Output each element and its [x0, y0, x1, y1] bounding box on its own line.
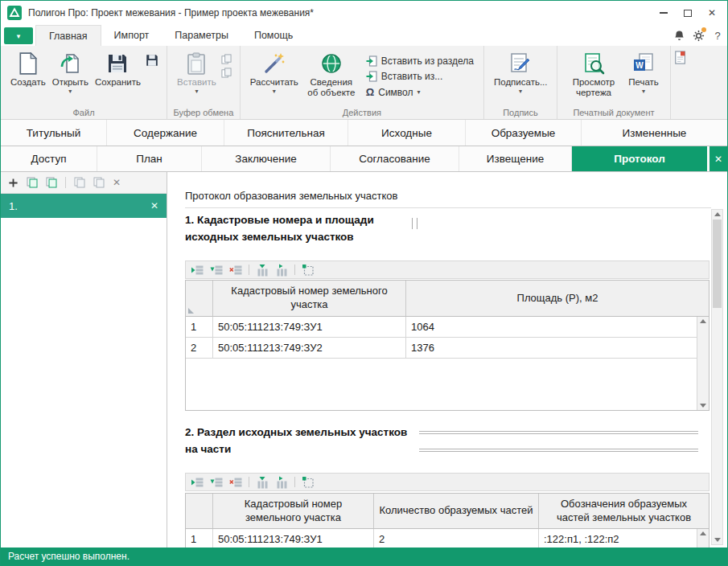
- cut-icon[interactable]: [221, 68, 232, 78]
- table2-header-rownum[interactable]: [186, 494, 213, 528]
- ribbon-tab-parameters[interactable]: Параметры: [162, 25, 241, 46]
- sign-button[interactable]: Подписать... ▾: [491, 49, 550, 97]
- insert-row-button[interactable]: [210, 264, 223, 277]
- cadastral-number-cell[interactable]: 50:05:111213:749:ЗУ1: [213, 317, 406, 337]
- paste-button[interactable]: Вставить ▾: [174, 49, 220, 97]
- table1-scrollbar[interactable]: [697, 317, 709, 410]
- content-scrollbar[interactable]: [711, 209, 723, 545]
- copy-icon[interactable]: [221, 54, 232, 64]
- add-column-button[interactable]: [256, 264, 269, 277]
- save-button[interactable]: Сохранить: [92, 49, 144, 90]
- save-as-icon[interactable]: [146, 54, 158, 67]
- tab-close-button[interactable]: ✕: [709, 146, 727, 171]
- app-window: Полигон Про: Проект межевания - Пример п…: [0, 0, 728, 566]
- insert-row-button[interactable]: [210, 476, 223, 489]
- tab-obrazuemye[interactable]: Образуемые: [466, 120, 582, 146]
- minimize-button[interactable]: [652, 3, 676, 23]
- help-icon[interactable]: ?: [708, 25, 727, 46]
- ribbon-tab-import[interactable]: Импорт: [101, 25, 162, 46]
- list-item-close-icon[interactable]: ✕: [150, 200, 158, 211]
- delete-item-button[interactable]: ✕: [113, 177, 121, 188]
- tab-ishodnye[interactable]: Исходные: [348, 120, 466, 146]
- sort-corner-icon: [188, 308, 194, 314]
- ribbon: Создать Открыть ▾ Сохранить Файл: [1, 46, 727, 120]
- toolbar-separator-2: [294, 265, 295, 275]
- select-range-button[interactable]: [302, 476, 315, 489]
- duplicate-item-button[interactable]: [27, 177, 38, 188]
- ribbon-tab-main[interactable]: Главная: [35, 25, 101, 46]
- tab-protokol[interactable]: Протокол: [572, 146, 707, 171]
- table-row[interactable]: 2 50:05:111213:749:ЗУ2 1376: [186, 338, 697, 359]
- scroll-down-icon[interactable]: [700, 404, 706, 408]
- table2-header-parts[interactable]: Обозначения образуемых частей земельных …: [539, 494, 709, 528]
- ribbon-tab-help[interactable]: Помощь: [241, 25, 306, 46]
- add-row-button[interactable]: [191, 476, 204, 489]
- add-row-button[interactable]: [191, 264, 204, 277]
- notifications-bell-icon[interactable]: [669, 25, 689, 46]
- table-parcel-parts: Кадастровый номер земельного участка Кол…: [185, 493, 709, 548]
- parts-designation-cell[interactable]: :122:п1, :122:п2: [539, 529, 697, 548]
- table-row[interactable]: 1 50:05:111213:749:ЗУ1 2 :122:п1, :122:п…: [186, 529, 697, 548]
- scroll-up-icon[interactable]: [700, 531, 706, 535]
- symbol-button[interactable]: Ω Символ ▾: [366, 86, 474, 98]
- open-caret-icon: ▾: [68, 88, 72, 95]
- tab-dostup[interactable]: Доступ: [1, 146, 97, 171]
- section1-heading: 1. Кадастровые номера и площади исходных…: [185, 212, 414, 246]
- scroll-down-icon[interactable]: [714, 538, 721, 542]
- scrollbar-thumb[interactable]: [713, 219, 722, 308]
- table1-header-area[interactable]: Площадь (Р), м2: [406, 281, 709, 316]
- calculate-button[interactable]: Рассчитать ▾: [247, 49, 302, 97]
- calculate-caret-icon: ▾: [273, 88, 276, 95]
- delete-row-button[interactable]: [229, 264, 242, 277]
- table1-header-cadastral[interactable]: Кадастровый номер земельного участка: [213, 281, 406, 316]
- scroll-up-icon[interactable]: [714, 212, 721, 216]
- paste-item-button[interactable]: [74, 177, 85, 188]
- parts-count-cell[interactable]: 2: [374, 529, 539, 548]
- table2-scrollbar[interactable]: [697, 529, 709, 548]
- close-button[interactable]: ✕: [700, 3, 724, 23]
- table2-toolbar: [185, 473, 709, 491]
- status-bar: Расчет успешно выполнен.: [1, 548, 727, 565]
- report-document-icon[interactable]: [674, 51, 687, 65]
- open-button[interactable]: Открыть ▾: [49, 49, 92, 97]
- table2-header-cadastral[interactable]: Кадастровый номер земельного участка: [213, 494, 374, 528]
- copy-item-button[interactable]: [46, 177, 57, 188]
- list-item-1[interactable]: 1. ✕: [1, 194, 167, 218]
- insert-column-button[interactable]: [275, 476, 288, 489]
- object-info-button[interactable]: Сведения об объекте: [302, 49, 361, 100]
- insert-column-button[interactable]: [275, 264, 288, 277]
- tab-poyasnitelnaya[interactable]: Пояснительная: [224, 120, 348, 146]
- select-range-button[interactable]: [302, 264, 315, 277]
- table2-header-count[interactable]: Количество образуемых частей: [374, 494, 539, 528]
- group-label-print: Печатный документ: [557, 108, 670, 117]
- tab-soderzhanie[interactable]: Содержание: [107, 120, 224, 146]
- toolbar-separator: [249, 265, 249, 275]
- tab-plan[interactable]: План: [97, 146, 202, 171]
- insert-from-section-button[interactable]: Вставить из раздела: [366, 55, 474, 67]
- ribbon-group-clipboard: Вставить ▾ Буфер обмена: [167, 46, 241, 119]
- add-item-button[interactable]: [8, 178, 19, 188]
- add-column-button[interactable]: [256, 476, 269, 489]
- cadastral-number-cell[interactable]: 50:05:111213:749:ЗУ1: [213, 529, 374, 548]
- cadastral-number-cell[interactable]: 50:05:111213:749:ЗУ2: [213, 338, 406, 358]
- settings-gear-icon[interactable]: [689, 25, 708, 46]
- table-row[interactable]: 1 50:05:111213:749:ЗУ1 1064: [186, 317, 697, 338]
- table1-header-rownum[interactable]: [186, 281, 213, 316]
- tab-zaklyuchenie[interactable]: Заключение: [202, 146, 331, 171]
- tab-titulnyj[interactable]: Титульный: [1, 120, 107, 146]
- create-button[interactable]: Создать: [7, 49, 49, 90]
- maximize-button[interactable]: [676, 3, 700, 23]
- drawing-preview-button[interactable]: Просмотр чертежа: [564, 49, 623, 100]
- area-cell[interactable]: 1376: [406, 338, 697, 358]
- print-button[interactable]: W Печать ▾: [623, 49, 664, 97]
- tab-soglasovanie[interactable]: Согласование: [331, 146, 459, 171]
- scroll-up-icon[interactable]: [700, 319, 706, 323]
- move-item-button[interactable]: [93, 177, 105, 188]
- file-menu-button[interactable]: ▾: [4, 27, 33, 44]
- tab-izmenennye[interactable]: Измененные: [582, 120, 727, 146]
- delete-row-button[interactable]: [229, 476, 242, 489]
- insert-from-button[interactable]: Вставить из...: [366, 71, 474, 82]
- tab-izveshchenie[interactable]: Извещение: [459, 146, 572, 171]
- paste-clipboard-icon: [187, 51, 206, 76]
- area-cell[interactable]: 1064: [406, 317, 697, 337]
